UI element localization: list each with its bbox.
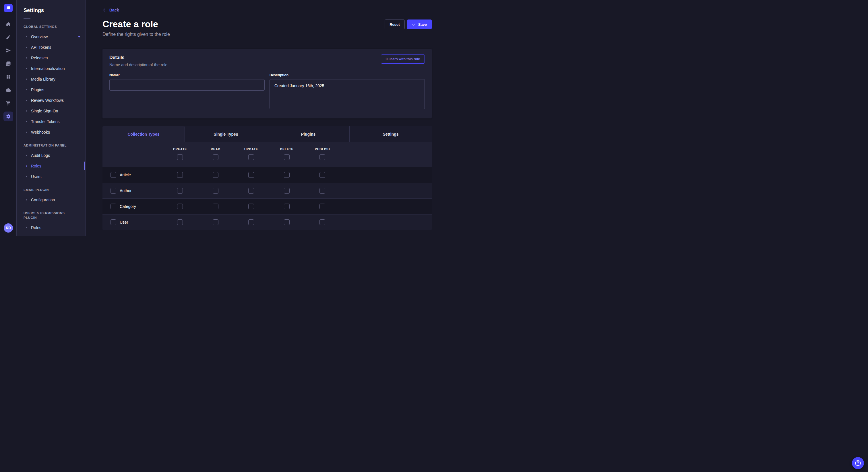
permission-checkbox[interactable]: [319, 172, 325, 178]
permission-checkbox[interactable]: [177, 220, 183, 225]
nav-content-type-builder-button[interactable]: [3, 72, 13, 82]
bullet-icon: [26, 110, 27, 111]
row-select-checkbox[interactable]: [111, 188, 116, 194]
permission-checkbox[interactable]: [248, 220, 254, 225]
permission-checkbox[interactable]: [177, 188, 183, 194]
sidebar-item-webhooks[interactable]: Webhooks: [17, 127, 85, 137]
cell-delete: [269, 204, 305, 209]
row-name-cell: Category: [102, 204, 162, 209]
pictures-icon: [6, 61, 11, 66]
save-button[interactable]: Save: [407, 20, 432, 29]
permission-checkbox[interactable]: [319, 220, 325, 225]
sidebar-item-transfer-tokens[interactable]: Transfer Tokens: [17, 116, 85, 127]
select-all-update-checkbox[interactable]: [248, 154, 254, 160]
user-avatar[interactable]: KD: [4, 224, 13, 233]
nav-marketplace-button[interactable]: [3, 98, 13, 108]
sidebar-item-roles[interactable]: Roles: [17, 161, 85, 171]
sidebar-item-media-library[interactable]: Media Library: [17, 74, 85, 84]
permission-checkbox[interactable]: [284, 188, 290, 194]
permission-checkbox[interactable]: [213, 188, 218, 194]
permission-checkbox[interactable]: [213, 220, 218, 225]
cell-publish: [305, 204, 340, 209]
select-all-create-checkbox[interactable]: [177, 154, 183, 160]
permission-checkbox[interactable]: [177, 204, 183, 209]
description-input[interactable]: Created January 16th, 2025: [270, 79, 425, 109]
cell-update: [234, 188, 269, 194]
sidebar-item-api-tokens[interactable]: API Tokens: [17, 42, 85, 53]
row-select-checkbox[interactable]: [111, 204, 116, 209]
permission-checkbox[interactable]: [248, 204, 254, 209]
sidebar-item-audit-logs[interactable]: Audit Logs: [17, 150, 85, 161]
details-card: Details Name and description of the role…: [102, 49, 432, 119]
permission-checkbox[interactable]: [284, 220, 290, 225]
select-all-publish-checkbox[interactable]: [319, 154, 325, 160]
users-with-role-button[interactable]: 0 users with this role: [381, 55, 425, 64]
column-label: PUBLISH: [315, 147, 330, 151]
column-create: CREATE: [162, 147, 198, 160]
nav-deploy-button[interactable]: [3, 85, 13, 95]
permission-checkbox[interactable]: [319, 188, 325, 194]
permission-checkbox[interactable]: [213, 204, 218, 209]
strapi-logo-icon: [5, 5, 11, 11]
tab-single-types[interactable]: Single Types: [185, 126, 267, 142]
cell-update: [234, 172, 269, 178]
back-link[interactable]: Back: [102, 8, 119, 12]
section-header: ADMINISTRATION PANEL: [24, 143, 79, 148]
required-asterisk: *: [119, 73, 120, 77]
select-all-read-checkbox[interactable]: [213, 154, 218, 160]
cell-publish: [305, 188, 340, 194]
nav-home-button[interactable]: [3, 19, 13, 29]
name-label: Name*: [110, 73, 265, 77]
bullet-icon: [26, 68, 27, 69]
bullet-icon: [26, 78, 27, 80]
cell-read: [198, 172, 234, 178]
section-administration-panel: ADMINISTRATION PANEL Audit Logs Roles Us…: [17, 143, 85, 182]
sidebar-item-overview[interactable]: Overview: [17, 31, 85, 42]
item-label: Review Workflows: [31, 98, 64, 103]
sidebar-item-users[interactable]: Users: [17, 171, 85, 182]
row-select-checkbox[interactable]: [111, 172, 116, 178]
rail-nav: [3, 19, 13, 121]
details-form: Name* Description Created January 16th, …: [110, 73, 425, 110]
nav-content-manager-button[interactable]: [3, 32, 13, 42]
nav-settings-button[interactable]: [3, 111, 13, 121]
sidebar-item-review-workflows[interactable]: Review Workflows: [17, 95, 85, 105]
check-icon: [412, 22, 416, 26]
page-title: Create a role: [102, 19, 170, 30]
cell-publish: [305, 172, 340, 178]
sidebar-item-plugins[interactable]: Plugins: [17, 84, 85, 95]
notification-dot-icon: [79, 36, 80, 37]
name-input[interactable]: [110, 79, 265, 91]
sidebar-item-internationalization[interactable]: Internationalization: [17, 63, 85, 74]
permission-row-user: User: [102, 214, 432, 230]
sidebar-item-configuration[interactable]: Configuration: [17, 194, 85, 205]
sidebar-item-single-sign-on[interactable]: Single Sign-On: [17, 105, 85, 116]
sidebar-item-up-roles[interactable]: Roles: [17, 222, 85, 233]
nav-media-library-button[interactable]: [3, 59, 13, 69]
permission-checkbox[interactable]: [177, 172, 183, 178]
permission-checkbox[interactable]: [284, 204, 290, 209]
row-label: Article: [120, 173, 131, 177]
details-title: Details: [110, 55, 167, 61]
header-actions: Reset Save: [384, 20, 432, 29]
permission-checkbox[interactable]: [213, 172, 218, 178]
cell-read: [198, 204, 234, 209]
reset-button[interactable]: Reset: [384, 20, 404, 29]
row-select-checkbox[interactable]: [111, 220, 116, 225]
permission-checkbox[interactable]: [248, 172, 254, 178]
bullet-icon: [26, 100, 27, 101]
tab-settings[interactable]: Settings: [349, 126, 432, 142]
strapi-logo[interactable]: [4, 4, 12, 12]
permission-checkbox[interactable]: [319, 204, 325, 209]
item-label: Plugins: [31, 88, 44, 92]
permission-checkbox[interactable]: [248, 188, 254, 194]
sidebar-item-releases[interactable]: Releases: [17, 53, 85, 63]
sidebar-item-providers[interactable]: Providers: [17, 233, 85, 236]
page-header: Create a role Define the rights given to…: [102, 19, 432, 38]
permission-checkbox[interactable]: [284, 172, 290, 178]
tab-collection-types[interactable]: Collection Types: [102, 126, 185, 142]
tab-plugins[interactable]: Plugins: [267, 126, 349, 142]
cell-delete: [269, 172, 305, 178]
nav-releases-button[interactable]: [3, 45, 13, 55]
select-all-delete-checkbox[interactable]: [284, 154, 290, 160]
